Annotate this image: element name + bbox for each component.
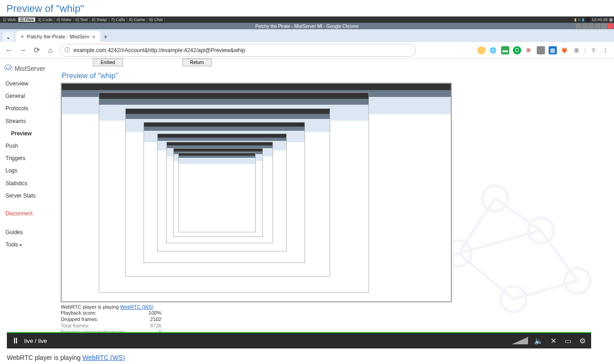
nav-server-stats[interactable]: Server Stats: [0, 190, 57, 202]
nav-guides[interactable]: Guides: [0, 226, 57, 239]
taskbar-item-web[interactable]: 1) Web: [1, 17, 18, 22]
ext-globe-icon[interactable]: 🌐: [489, 46, 497, 54]
svg-line-12: [459, 198, 495, 253]
reload-button[interactable]: ⟳: [32, 46, 41, 55]
nav-disconnect[interactable]: Disconnect: [0, 208, 57, 220]
svg-line-9: [513, 281, 577, 299]
desktop-taskbar: 1) Web 2) Files 3) Code 4) Make 5) Test …: [0, 16, 614, 23]
tray-obs-icon[interactable]: [586, 17, 590, 22]
nav-tools[interactable]: Tools: [0, 239, 57, 251]
taskbar-item-game[interactable]: 8) Game: [127, 17, 147, 22]
svg-line-10: [541, 230, 577, 281]
ext-puzzle-icon[interactable]: ⊞: [572, 46, 581, 54]
app-logo[interactable]: MistServer: [0, 61, 57, 78]
svg-line-8: [459, 230, 541, 253]
ext-cookie-icon[interactable]: [477, 46, 486, 54]
return-button[interactable]: Return: [182, 59, 212, 66]
address-bar[interactable]: ⓘ example.com:4242/#Account&http://examp…: [59, 44, 416, 57]
nav-statistics[interactable]: Statistics: [0, 177, 57, 190]
url-text: example.com:4242/#Account&http://example…: [74, 47, 245, 54]
logo-text: MistServer: [15, 65, 45, 72]
forward-button[interactable]: →: [18, 46, 27, 55]
ext-wand-icon[interactable]: ⚲: [589, 46, 598, 54]
svg-point-3: [528, 218, 554, 243]
taskbar-item-chat[interactable]: 9) Chat: [147, 17, 165, 22]
nav-general[interactable]: General: [0, 90, 57, 102]
svg-point-5: [482, 186, 508, 211]
main-content: Embed Return Preview of "whip" WebRTC pl…: [57, 59, 614, 345]
volume-slider[interactable]: [512, 337, 528, 344]
taskbar-item-swap[interactable]: 6) Swap: [90, 17, 109, 22]
player-status-text: WebRTC player is playing: [61, 304, 120, 310]
nav-streams[interactable]: Streams: [0, 115, 57, 128]
ext-d-icon[interactable]: D: [513, 46, 521, 54]
video-control-bar: ⏸ live / live 🔈 ✕ ▭ ⚙: [7, 332, 591, 348]
tray-clock: 12:45:38: [592, 17, 608, 22]
settings-icon[interactable]: ⚙: [578, 337, 587, 345]
stat-label: Playback score:: [61, 310, 134, 316]
ext-blue-icon[interactable]: ▦: [549, 46, 557, 54]
nav-push[interactable]: Push: [0, 140, 57, 152]
taskbar-item-code[interactable]: 3) Code: [36, 17, 54, 22]
taskbar-item-calls[interactable]: 7) Calls: [109, 17, 128, 22]
tab-title: Patchy the Pirate - MistServ: [27, 34, 89, 39]
window-titlebar: Patchy the Pirate - MistServer MI - Goog…: [0, 23, 614, 29]
nav-overview[interactable]: Overview: [0, 78, 57, 90]
svg-line-11: [495, 198, 541, 230]
video-preview[interactable]: [61, 83, 452, 302]
browser-toolbar: ← → ⟳ ⌂ ⓘ example.com:4242/#Account&http…: [0, 42, 614, 59]
ext-fox-icon[interactable]: 🦊: [561, 46, 569, 54]
pin-icon[interactable]: [588, 23, 594, 29]
svg-line-7: [459, 253, 513, 299]
browser-menu-icon[interactable]: ⋮: [601, 46, 609, 54]
taskbar-item-make[interactable]: 4) Make: [54, 17, 74, 22]
nav-preview[interactable]: Preview: [0, 128, 57, 140]
maximize-icon[interactable]: [601, 23, 607, 29]
stat-label: Dropped frames:: [61, 316, 134, 322]
ext-shield-icon[interactable]: ⛨: [525, 46, 533, 54]
grid-icon[interactable]: [576, 23, 581, 29]
mute-icon[interactable]: 🔈: [534, 337, 543, 345]
nav-protocols[interactable]: Protocols: [0, 102, 57, 115]
nav-logs[interactable]: Logs: [0, 165, 57, 177]
tab-favicon: ✦: [20, 34, 24, 40]
taskbar-item-test[interactable]: 5) Test: [74, 17, 90, 22]
back-button[interactable]: ←: [5, 46, 14, 55]
ext-gray-icon[interactable]: [537, 46, 545, 54]
shuffle-icon[interactable]: ✕: [549, 337, 557, 345]
pause-button[interactable]: ⏸: [11, 336, 20, 346]
tray-folder-icon[interactable]: ▮: [574, 17, 577, 22]
stat-value: 2102: [134, 316, 161, 322]
browser-tab[interactable]: ✦ Patchy the Pirate - MistServ ×: [16, 31, 100, 42]
new-tab-button[interactable]: +: [100, 32, 111, 42]
home-button[interactable]: ⌂: [46, 46, 55, 55]
svg-point-4: [565, 268, 590, 294]
footer-status: WebRTC player is playing WebRTC (WS): [7, 354, 125, 361]
preview-title: Preview of "whip": [61, 66, 610, 83]
tab-search-button[interactable]: ⌄: [3, 32, 14, 42]
embed-button[interactable]: Embed: [93, 59, 123, 66]
webrtc-link[interactable]: WebRTC (WS): [120, 304, 154, 310]
close-icon[interactable]: [608, 23, 613, 29]
site-info-icon[interactable]: ⓘ: [64, 46, 70, 54]
minimize-icon[interactable]: [595, 23, 600, 29]
tray-a-icon[interactable]: A: [578, 17, 581, 22]
window-title: Patchy the Pirate - MistServer MI - Goog…: [255, 24, 358, 29]
footer-status-text: WebRTC player is playing: [7, 354, 82, 361]
stat-label: Total frames:: [61, 323, 134, 328]
browser-tabstrip: ⌄ ✦ Patchy the Pirate - MistServ × +: [0, 29, 614, 42]
tray-battery-icon[interactable]: ▮: [582, 17, 584, 22]
stat-value: 100%: [134, 310, 161, 316]
page-heading: Preview of "whip": [0, 0, 614, 16]
footer-webrtc-link[interactable]: WebRTC (WS): [82, 354, 125, 361]
taskbar-item-files[interactable]: 2) Files: [18, 17, 36, 22]
tab-close-icon[interactable]: ×: [92, 33, 96, 40]
circle-icon[interactable]: [582, 23, 587, 29]
tray-grid-icon[interactable]: ▦: [609, 17, 613, 22]
live-indicator: live / live: [24, 337, 47, 344]
sidebar: MistServer Overview General Protocols St…: [0, 59, 57, 345]
pip-icon[interactable]: ▭: [564, 337, 572, 345]
ext-green-icon[interactable]: ▬: [501, 46, 509, 54]
stat-value: 8726: [134, 323, 161, 328]
nav-triggers[interactable]: Triggers: [0, 152, 57, 165]
